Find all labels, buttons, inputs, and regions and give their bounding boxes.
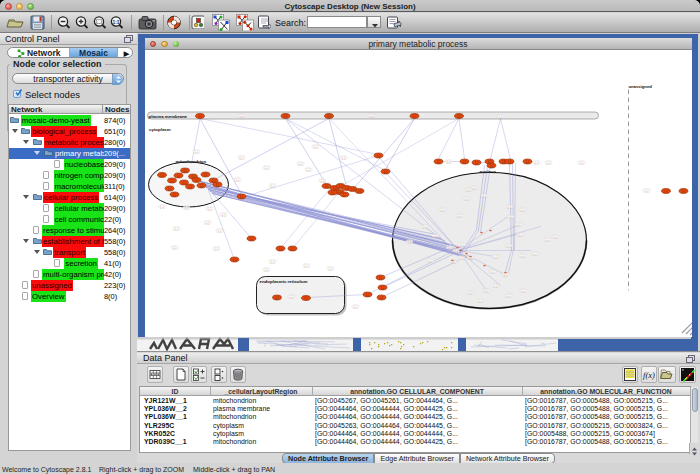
svg-text:cytoplasm: cytoplasm: [149, 127, 171, 132]
svg-text:[...]: [...]: [422, 224, 426, 228]
svg-text:[..]: [..]: [188, 184, 191, 188]
svg-text:[...]: [...]: [459, 255, 463, 259]
svg-text:[...]: [...]: [440, 207, 444, 211]
svg-text:[..]: [..]: [381, 285, 384, 289]
svg-text:[...]: [...]: [546, 160, 550, 164]
svg-text:[...]: [...]: [579, 160, 583, 164]
svg-text:[...]: [...]: [460, 242, 464, 246]
svg-text:[..]: [..]: [240, 194, 243, 198]
svg-text:[...]: [...]: [454, 248, 458, 252]
svg-text:[...]: [...]: [518, 232, 522, 236]
svg-text:[..]: [..]: [284, 114, 287, 118]
svg-text:[..]: [..]: [250, 236, 253, 240]
svg-text:[...]: [...]: [353, 304, 357, 308]
svg-text:[..]: [..]: [682, 189, 685, 193]
svg-text:[..]: [..]: [380, 295, 383, 299]
svg-text:[..]: [..]: [351, 187, 354, 191]
svg-text:[..]: [..]: [490, 163, 493, 167]
svg-text:unassigned: unassigned: [628, 83, 652, 88]
svg-text:[...]: [...]: [264, 165, 268, 169]
svg-text:[...]: [...]: [184, 205, 188, 209]
svg-text:[...]: [...]: [174, 226, 178, 230]
svg-text:[...]: [...]: [545, 237, 549, 241]
svg-text:[..]: [..]: [343, 192, 346, 196]
svg-text:plasma membrane: plasma membrane: [148, 113, 187, 118]
svg-text:[...]: [...]: [446, 159, 450, 163]
svg-text:[..]: [..]: [475, 160, 478, 164]
svg-text:[...]: [...]: [313, 144, 317, 148]
svg-text:[...]: [...]: [298, 161, 302, 165]
svg-text:[...]: [...]: [270, 183, 274, 187]
svg-text:[...]: [...]: [520, 207, 524, 211]
svg-text:[..]: [..]: [216, 182, 219, 186]
svg-text:[...]: [...]: [472, 185, 476, 189]
svg-text:[..]: [..]: [198, 114, 201, 118]
svg-text:[...]: [...]: [264, 267, 268, 271]
svg-text:[..]: [..]: [457, 114, 460, 118]
svg-text:[..]: [..]: [160, 173, 163, 177]
svg-text:[...]: [...]: [506, 243, 510, 247]
svg-text:[..]: [..]: [463, 159, 466, 163]
svg-text:[...]: [...]: [433, 233, 437, 237]
svg-text:[..]: [..]: [413, 114, 416, 118]
svg-text:[...]: [...]: [172, 245, 176, 249]
svg-text:[...]: [...]: [516, 222, 520, 226]
svg-text:[...]: [...]: [270, 259, 274, 263]
svg-text:[...]: [...]: [320, 178, 324, 182]
svg-text:[..]: [..]: [331, 190, 334, 194]
svg-text:[...]: [...]: [521, 288, 525, 292]
svg-text:[..]: [..]: [327, 114, 330, 118]
svg-text:nucleus: nucleus: [479, 168, 496, 173]
svg-text:[..]: [..]: [333, 186, 336, 190]
svg-text:[..]: [..]: [200, 183, 203, 187]
svg-text:[...]: [...]: [534, 160, 538, 164]
svg-text:[...]: [...]: [644, 188, 648, 192]
svg-text:[...]: [...]: [239, 155, 243, 159]
svg-text:[...]: [...]: [482, 193, 486, 197]
svg-text:[..]: [..]: [664, 189, 667, 193]
svg-text:[..]: [..]: [279, 246, 282, 250]
svg-text:[...]: [...]: [205, 220, 209, 224]
svg-text:[..]: [..]: [170, 178, 173, 182]
svg-text:[..]: [..]: [233, 257, 236, 261]
svg-text:[..]: [..]: [325, 184, 328, 188]
svg-text:[...]: [...]: [369, 113, 373, 117]
svg-text:[..]: [..]: [182, 180, 185, 184]
svg-text:[...]: [...]: [493, 254, 497, 258]
svg-text:[...]: [...]: [466, 187, 470, 191]
svg-text:[..]: [..]: [275, 295, 278, 299]
svg-text:[..]: [..]: [377, 153, 380, 157]
svg-text:[...]: [...]: [520, 253, 524, 257]
svg-text:[...]: [...]: [217, 228, 221, 232]
svg-text:[...]: [...]: [457, 213, 461, 217]
svg-text:[...]: [...]: [447, 245, 451, 249]
svg-text:[...]: [...]: [428, 258, 432, 262]
svg-text:[..]: [..]: [384, 169, 387, 173]
svg-text:[...]: [...]: [207, 206, 211, 210]
svg-text:[...]: [...]: [498, 114, 502, 118]
svg-text:[..]: [..]: [195, 178, 198, 182]
svg-text:[..]: [..]: [204, 172, 207, 176]
svg-text:[...]: [...]: [214, 246, 218, 250]
svg-text:[..]: [..]: [177, 173, 180, 177]
svg-text:[...]: [...]: [306, 167, 310, 171]
svg-text:1:1: 1:1: [112, 19, 119, 25]
svg-text:[...]: [...]: [468, 290, 472, 294]
svg-text:[...]: [...]: [508, 214, 512, 218]
svg-text:[...]: [...]: [553, 234, 557, 238]
svg-text:[..]: [..]: [366, 292, 369, 296]
svg-text:[...]: [...]: [464, 196, 468, 200]
svg-text:[...]: [...]: [506, 293, 510, 297]
svg-text:[..]: [..]: [168, 186, 171, 190]
svg-text:[..]: [..]: [379, 275, 382, 279]
svg-text:[..]: [..]: [291, 246, 294, 250]
svg-text:[...]: [...]: [239, 113, 243, 117]
svg-text:[...]: [...]: [235, 177, 239, 181]
svg-text:[...]: [...]: [484, 288, 488, 292]
svg-text:[...]: [...]: [341, 155, 345, 159]
svg-text:[...]: [...]: [328, 266, 332, 270]
svg-text:[...]: [...]: [221, 212, 225, 216]
svg-text:[...]: [...]: [289, 294, 293, 298]
svg-text:[...]: [...]: [160, 204, 164, 208]
svg-text:[...]: [...]: [407, 239, 411, 243]
